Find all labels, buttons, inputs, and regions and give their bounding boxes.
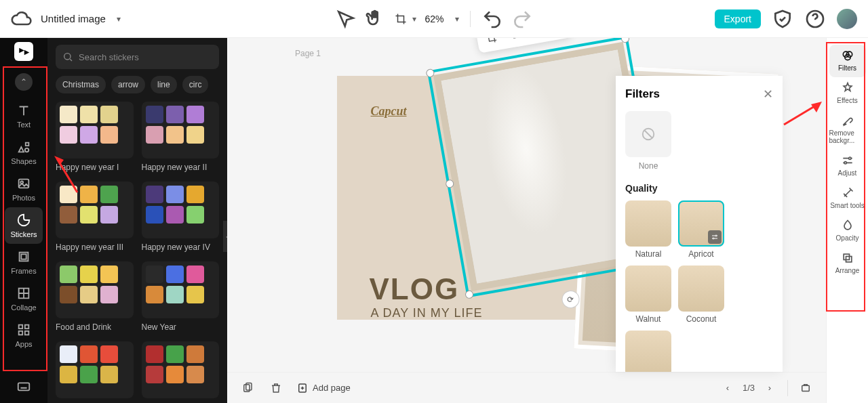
crop-icon[interactable] [481, 38, 501, 48]
right-rail: FiltersEffectsRemove backgr...AdjustSmar… [826, 38, 868, 403]
rail-item-arrange[interactable]: Arrange [829, 247, 866, 280]
rail-item-remove-bg[interactable]: Remove backgr... [829, 110, 866, 150]
sticker-pack[interactable]: Happy new year II [142, 102, 220, 172]
sidebar-item-text[interactable]: Text [5, 98, 43, 134]
vlog-heading[interactable]: VLOG [370, 272, 460, 306]
sidebar-item-collage[interactable]: Collage [5, 280, 43, 317]
add-page-label: Add page [313, 383, 351, 393]
svg-rect-7 [19, 325, 23, 329]
svg-point-12 [64, 54, 71, 60]
adjust-badge-icon [708, 230, 722, 244]
svg-point-25 [844, 162, 846, 164]
redo-button[interactable] [511, 8, 533, 30]
app-logo[interactable] [14, 42, 33, 61]
bottom-bar: Add page ‹ 1/3 › [227, 372, 826, 403]
svg-rect-10 [25, 331, 29, 335]
swatch-label: Walnut [636, 314, 661, 324]
sidebar-item-frames[interactable]: Frames [5, 244, 43, 280]
next-page-icon[interactable]: › [762, 380, 778, 396]
sticker-pack[interactable]: Christmas II [142, 341, 220, 403]
sidebar-item-shapes[interactable]: Shapes [5, 134, 43, 171]
chip-christmas[interactable]: Christmas [56, 76, 106, 93]
sidebar-item-apps[interactable]: Apps [5, 317, 43, 354]
filter-none-label: None [625, 161, 671, 171]
pack-label: Happy new year I [56, 163, 134, 172]
svg-point-24 [848, 157, 850, 159]
layers-icon[interactable] [797, 380, 814, 396]
cutout-icon[interactable] [502, 38, 523, 45]
canvas-area: Page 1 Capcut VLOG A DAY IN MY LIFE ••• [227, 38, 826, 403]
left-sidebar: ⌃ TextShapesPhotosStickersFramesCollageA… [0, 38, 47, 403]
close-icon[interactable]: ✕ [763, 87, 773, 102]
copy-icon[interactable] [524, 38, 544, 41]
keyboard-icon[interactable] [5, 373, 43, 399]
prev-page-icon[interactable]: ‹ [719, 380, 736, 396]
swatch-label: Apricot [688, 249, 713, 259]
pack-label: Happy new year III [56, 242, 134, 252]
shield-icon[interactable] [772, 8, 793, 30]
page-count: 1/3 [743, 383, 755, 393]
search-placeholder: Search stickers [79, 52, 139, 62]
delete-page-icon[interactable] [268, 380, 284, 396]
search-input[interactable]: Search stickers [56, 45, 219, 69]
filter-swatch[interactable]: Walnut [625, 266, 671, 324]
vlog-subheading[interactable]: A DAY IN MY LIFE [371, 306, 483, 320]
swatch-label: Natural [635, 249, 662, 259]
pack-label: New Year [142, 322, 220, 332]
sticker-pack[interactable]: Christmas I [56, 341, 134, 403]
chip-line[interactable]: line [151, 76, 177, 93]
sticker-pack[interactable]: Food and Drink [56, 261, 134, 332]
document-title[interactable]: Untitled image [41, 13, 106, 24]
sidebar-collapse-icon[interactable]: ⌃ [15, 73, 33, 91]
pack-label: Food and Drink [56, 322, 134, 332]
brand-text[interactable]: Capcut [371, 104, 407, 119]
chip-row: Christmasarrowlinecirc [56, 76, 219, 93]
rail-item-filters[interactable]: Filters [829, 45, 866, 77]
sidebar-item-photos[interactable]: Photos [5, 171, 43, 207]
rail-item-opacity[interactable]: Opacity [829, 215, 866, 247]
help-icon[interactable] [804, 8, 826, 30]
export-button[interactable]: Export [715, 9, 761, 28]
crop-tool[interactable]: ▾ [395, 8, 416, 30]
divider [787, 380, 788, 396]
sidebar-item-stickers[interactable]: Stickers [5, 207, 43, 244]
selection-toolbar: ••• [475, 38, 572, 54]
zoom-level[interactable]: 62% [425, 14, 443, 24]
svg-point-1 [25, 148, 29, 152]
add-page-icon [296, 382, 309, 394]
svg-rect-2 [19, 179, 29, 188]
sticker-pack[interactable]: Happy new year I [56, 102, 134, 172]
pack-label: Happy new year IV [142, 242, 220, 252]
chip-circ[interactable]: circ [182, 76, 209, 93]
filter-swatch[interactable]: Natural [625, 200, 671, 259]
duplicate-page-icon[interactable] [239, 380, 256, 396]
rail-item-effects[interactable]: Effects [829, 77, 866, 110]
filters-panel: Filters ✕ None QualityNaturalApricotWaln… [616, 76, 783, 372]
cursor-tool[interactable] [335, 8, 357, 30]
filter-section-title: Quality [625, 183, 773, 194]
rail-item-adjust[interactable]: Adjust [829, 150, 866, 182]
zoom-chevron-icon[interactable]: ▾ [455, 14, 459, 24]
divider [470, 11, 471, 27]
sticker-pack[interactable]: New Year [142, 261, 220, 332]
filter-swatch[interactable]: Coconut [678, 266, 724, 324]
search-icon [62, 51, 73, 62]
sticker-pack[interactable]: Happy new year III [56, 182, 134, 252]
filter-none[interactable] [625, 111, 671, 157]
swatch-label: Coconut [686, 314, 717, 324]
sticker-pack[interactable]: Happy new year IV [142, 182, 220, 252]
chip-arrow[interactable]: arrow [111, 76, 145, 93]
filter-swatch[interactable]: Apricot [678, 200, 724, 259]
filters-title: Filters [625, 87, 660, 101]
rail-item-smart-tools[interactable]: Smart tools [829, 182, 866, 215]
user-avatar[interactable] [837, 9, 857, 29]
hand-tool[interactable] [365, 8, 387, 30]
undo-button[interactable] [481, 8, 503, 30]
ban-icon [641, 127, 656, 142]
filter-swatch[interactable]: Light [625, 331, 671, 372]
add-page-button[interactable]: Add page [296, 382, 351, 394]
svg-rect-8 [25, 325, 29, 329]
title-chevron-icon[interactable]: ▾ [117, 14, 121, 24]
svg-rect-11 [18, 383, 30, 390]
cloud-sync-icon[interactable] [11, 8, 33, 30]
